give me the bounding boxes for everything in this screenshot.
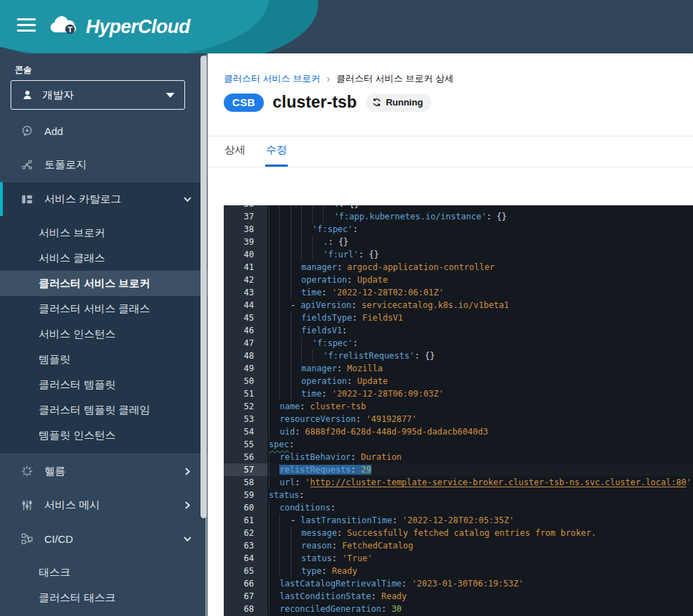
line-code[interactable]: reconciledGeneration: 30 — [267, 603, 693, 615]
editor-line-48[interactable]: 48 'f:relistRequests': {} — [224, 349, 693, 362]
sidebar-subitem[interactable]: 클러스터 템플릿 — [0, 372, 208, 397]
editor-line-43[interactable]: 43 time: '2022-12-28T02:06:01Z' — [224, 286, 693, 299]
sidebar-subitem[interactable]: 템플릿 인스턴스 — [0, 423, 208, 448]
sidebar-subitem[interactable]: 클러스터 템플릿 클레임 — [0, 397, 208, 423]
editor-line-56[interactable]: 56 relistBehavior: Duration — [224, 451, 693, 463]
token-str: ' — [686, 477, 691, 487]
sidebar-subitem[interactable]: 클러스터 서비스 클래스 — [0, 296, 208, 321]
line-code[interactable]: reason: FetchedCatalog — [267, 539, 693, 552]
line-code[interactable]: lastCatalogRetrievalTime: '2023-01-30T06… — [267, 577, 693, 590]
editor-line-39[interactable]: 39 .: {} — [224, 236, 693, 248]
editor-line-52[interactable]: 52 name: cluster-tsb — [224, 400, 693, 413]
editor-line-54[interactable]: 54 uid: 6888f20d-628d-448d-995d-dadacb60… — [224, 425, 693, 438]
sidebar-scrollbar-thumb[interactable] — [201, 56, 207, 518]
indent-guide — [291, 387, 301, 400]
editor-line-41[interactable]: 41 manager: argocd-application-controlle… — [224, 261, 693, 274]
editor-line-58[interactable]: 58 url: 'http://cluster-template-service… — [224, 476, 693, 489]
sidebar-subitem[interactable]: 서비스 브로커 — [0, 220, 208, 245]
line-code[interactable]: 'f:spec': — [267, 337, 693, 349]
line-code[interactable]: status: 'True' — [267, 552, 693, 565]
line-code[interactable]: fieldsV1: — [267, 324, 693, 337]
line-code[interactable]: 'f:relistRequests': {} — [267, 349, 693, 362]
editor-line-60[interactable]: 60 conditions: — [224, 501, 693, 514]
token-str: 6888f20d-628d-448d-995d-dadacb6040d3 — [305, 427, 488, 437]
line-code[interactable]: operation: Update — [267, 274, 693, 286]
sidebar-item-3[interactable]: 헬름 — [0, 454, 208, 488]
editor-line-66[interactable]: 66 lastCatalogRetrievalTime: '2023-01-30… — [224, 577, 693, 590]
sidebar-subitem[interactable]: 서비스 인스턴스 — [0, 321, 208, 347]
yaml-editor[interactable]: 36 .: {}37 'f:app.kubernetes.io/instance… — [224, 205, 693, 616]
line-code[interactable]: 'f:app.kubernetes.io/instance': {} — [267, 210, 693, 223]
tab-edit[interactable]: 수정 — [265, 136, 288, 167]
editor-line-55[interactable]: 55spec: — [224, 438, 693, 451]
line-code[interactable]: 'f:spec': — [267, 223, 693, 236]
breadcrumb-link[interactable]: 클러스터 서비스 브로커 — [224, 72, 320, 85]
line-number: 44 — [224, 299, 267, 312]
editor-line-37[interactable]: 37 'f:app.kubernetes.io/instance': {} — [224, 210, 693, 223]
editor-line-49[interactable]: 49 manager: Mozilla — [224, 362, 693, 375]
sidebar-item-4[interactable]: 서비스 메시 — [0, 488, 208, 522]
line-code[interactable]: - apiVersion: servicecatalog.k8s.io/v1be… — [267, 299, 693, 312]
line-code[interactable]: operation: Update — [267, 375, 693, 387]
line-code[interactable]: relistBehavior: Duration — [267, 451, 693, 463]
line-code[interactable]: time: '2022-12-28T06:09:03Z' — [267, 387, 693, 400]
line-code[interactable]: manager: argocd-application-controller — [267, 261, 693, 274]
tab-details[interactable]: 상세 — [224, 136, 246, 167]
nav-toggle-icon[interactable] — [17, 18, 36, 34]
editor-line-59[interactable]: 59status: — [224, 489, 693, 501]
sidebar-subitem[interactable]: 태스크 — [0, 560, 208, 585]
line-code[interactable]: conditions: — [267, 501, 693, 514]
sidebar-subitem[interactable]: 클러스터 태스크 — [0, 585, 208, 610]
line-code[interactable]: .: {} — [267, 236, 693, 248]
editor-line-42[interactable]: 42 operation: Update — [224, 274, 693, 286]
editor-line-40[interactable]: 40 'f:url': {} — [224, 248, 693, 261]
sidebar-item-2[interactable]: 서비스 카탈로그 — [0, 182, 208, 216]
sidebar-subitem-active[interactable]: 클러스터 서비스 브로커 — [0, 271, 208, 296]
editor-line-47[interactable]: 47 'f:spec': — [224, 337, 693, 349]
editor-line-51[interactable]: 51 time: '2022-12-28T06:09:03Z' — [224, 387, 693, 400]
editor-line-38[interactable]: 38 'f:spec': — [224, 223, 693, 236]
sidebar-item-add[interactable]: Add — [0, 114, 208, 148]
line-code[interactable]: status: — [267, 489, 693, 501]
line-code[interactable]: - lastTransitionTime: '2022-12-28T02:05:… — [267, 514, 693, 527]
line-code[interactable]: relistRequests: 29 — [267, 463, 693, 476]
indent-guide — [269, 603, 279, 615]
line-code[interactable]: .: {} — [267, 205, 693, 210]
line-code[interactable]: time: '2022-12-28T02:06:01Z' — [267, 286, 693, 299]
editor-line-44[interactable]: 44 - apiVersion: servicecatalog.k8s.io/v… — [224, 299, 693, 312]
token-url[interactable]: http://cluster-template-service-broker.c… — [310, 477, 687, 487]
line-code[interactable]: lastConditionState: Ready — [267, 590, 693, 603]
editor-line-36[interactable]: 36 .: {} — [224, 205, 693, 210]
line-code[interactable]: spec: — [267, 438, 693, 451]
line-code[interactable]: resourceVersion: '49192877' — [267, 413, 693, 425]
line-code[interactable]: type: Ready — [267, 565, 693, 577]
editor-line-63[interactable]: 63 reason: FetchedCatalog — [224, 539, 693, 552]
line-code[interactable]: manager: Mozilla — [267, 362, 693, 375]
editor-line-61[interactable]: 61 - lastTransitionTime: '2022-12-28T02:… — [224, 514, 693, 527]
editor-line-50[interactable]: 50 operation: Update — [224, 375, 693, 387]
perspective-dropdown[interactable]: 개발자 — [11, 80, 185, 110]
editor-line-64[interactable]: 64 status: 'True' — [224, 552, 693, 565]
line-code[interactable]: fieldsType: FieldsV1 — [267, 312, 693, 324]
line-code[interactable]: url: 'http://cluster-template-service-br… — [267, 476, 693, 489]
sidebar-subitem[interactable]: 태스크 런 — [0, 610, 208, 616]
editor-line-65[interactable]: 65 type: Ready — [224, 565, 693, 577]
sidebar-subitem[interactable]: 서비스 클래스 — [0, 245, 208, 271]
line-code[interactable]: message: Successfully fetched catalog en… — [267, 527, 693, 539]
indent-guide — [312, 349, 323, 362]
editor-line-57[interactable]: 57 relistRequests: 29 — [224, 463, 693, 476]
sidebar-item-label: 토폴로지 — [44, 158, 87, 172]
sidebar-item-1[interactable]: 토폴로지 — [0, 148, 208, 181]
line-number: 45 — [224, 312, 267, 324]
sidebar-item-5[interactable]: CI/CD — [0, 522, 208, 556]
editor-line-67[interactable]: 67 lastConditionState: Ready — [224, 590, 693, 603]
editor-line-53[interactable]: 53 resourceVersion: '49192877' — [224, 413, 693, 425]
line-code[interactable]: 'f:url': {} — [267, 248, 693, 261]
line-code[interactable]: uid: 6888f20d-628d-448d-995d-dadacb6040d… — [267, 425, 693, 438]
editor-line-45[interactable]: 45 fieldsType: FieldsV1 — [224, 312, 693, 324]
editor-line-68[interactable]: 68 reconciledGeneration: 30 — [224, 603, 693, 615]
editor-line-62[interactable]: 62 message: Successfully fetched catalog… — [224, 527, 693, 539]
editor-line-46[interactable]: 46 fieldsV1: — [224, 324, 693, 337]
sidebar-subitem[interactable]: 템플릿 — [0, 347, 208, 372]
line-code[interactable]: name: cluster-tsb — [267, 400, 693, 413]
